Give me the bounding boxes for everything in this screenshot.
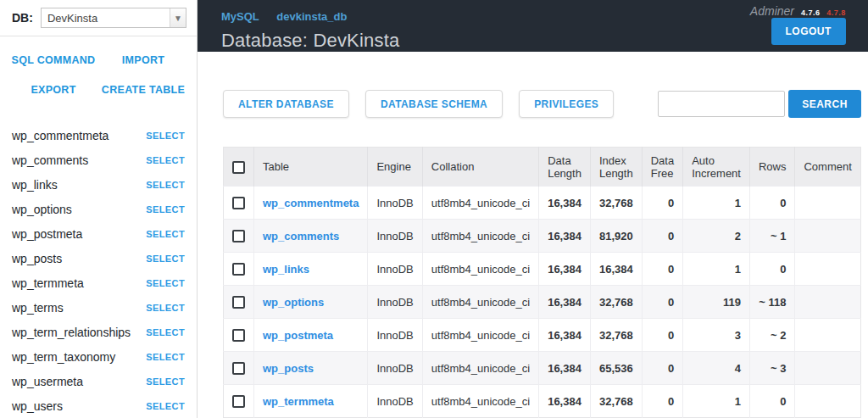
create-table-link[interactable]: CREATE TABLE [98,84,188,96]
tables-overview-table: TableEngineCollationData LengthIndex Len… [223,147,861,418]
list-item: wp_term_taxonomySELECT [12,344,185,369]
table-name-link[interactable]: wp_termmeta [263,395,334,408]
table-cell: 16,384 [539,253,591,286]
column-header: Collation [422,148,538,187]
sidebar-select-link[interactable]: SELECT [146,180,185,190]
column-header: Index Length [590,148,642,187]
table-row: wp_termmetaInnoDButf8mb4_unicode_ci16,38… [224,385,861,418]
column-header: Auto Increment [683,148,750,187]
row-checkbox-cell [224,286,254,319]
table-cell: InnoDB [368,319,422,352]
list-item: wp_postsSELECT [12,246,185,270]
table-row: wp_postsInnoDButf8mb4_unicode_ci16,38465… [224,352,861,385]
row-checkbox[interactable] [232,230,245,242]
table-cell: InnoDB [368,385,422,418]
sidebar-select-link[interactable]: SELECT [146,155,185,165]
top-header: MySQL devkinsta_db Database: DevKinsta A… [198,0,868,52]
import-link[interactable]: IMPORT [98,54,188,66]
sidebar-table-link[interactable]: wp_postmeta [12,227,82,241]
table-cell: InnoDB [368,253,422,286]
sidebar-table-link[interactable]: wp_terms [12,301,64,315]
sidebar-select-link[interactable]: SELECT [146,376,185,387]
table-cell: 32,768 [590,319,642,352]
table-name-cell: wp_links [254,253,368,286]
table-name-cell: wp_commentmeta [254,187,368,220]
table-cell: 2 [683,220,750,253]
table-cell: 16,384 [590,253,642,286]
sidebar-select-link[interactable]: SELECT [146,229,185,239]
table-cell: 3 [683,319,750,352]
adminer-version: Adminer 4.7.6 4.7.8 [750,4,846,18]
row-checkbox[interactable] [232,362,245,375]
sidebar-table-link[interactable]: wp_posts [12,252,62,265]
row-checkbox[interactable] [232,197,245,209]
table-cell: 1 [683,187,750,220]
table-cell: 0 [642,319,682,352]
sidebar-table-link[interactable]: wp_term_relationships [12,326,131,339]
table-cell: utf8mb4_unicode_ci [422,352,538,385]
list-item: wp_usersSELECT [12,393,185,418]
sidebar-select-link[interactable]: SELECT [146,254,185,264]
table-cell: 4 [683,352,750,385]
table-cell: InnoDB [368,220,422,253]
sidebar-table-link[interactable]: wp_term_taxonomy [12,350,115,364]
export-link[interactable]: EXPORT [8,84,98,96]
sql-command-link[interactable]: SQL COMMAND [8,54,98,66]
version-latest-link[interactable]: 4.7.8 [826,8,846,17]
table-cell [795,319,860,352]
row-checkbox[interactable] [232,395,245,408]
sidebar: DB: DevKinsta ▼ SQL COMMAND IMPORT EXPOR… [0,0,198,418]
table-cell: 16,384 [539,220,591,253]
table-name-link[interactable]: wp_commentmeta [263,197,359,209]
row-checkbox[interactable] [232,296,245,309]
table-cell: ~ 118 [749,286,795,319]
db-select[interactable]: DevKinsta ▼ [41,8,186,28]
select-all-checkbox[interactable] [232,161,245,174]
row-checkbox[interactable] [232,329,245,342]
search-button[interactable]: SEARCH [788,90,861,118]
row-checkbox[interactable] [232,263,245,276]
sidebar-table-link[interactable]: wp_users [12,399,63,413]
sidebar-table-link[interactable]: wp_commentmeta [12,129,108,142]
table-name-link[interactable]: wp_postmeta [263,329,333,342]
table-cell: 0 [749,187,795,220]
table-name-link[interactable]: wp_posts [263,362,314,375]
table-cell [795,352,860,385]
table-cell: InnoDB [368,352,422,385]
sidebar-select-link[interactable]: SELECT [146,401,185,411]
table-cell: 81,920 [590,220,642,253]
table-cell: ~ 1 [749,220,795,253]
main-area: MySQL devkinsta_db Database: DevKinsta A… [198,0,868,418]
logout-button[interactable]: LOGOUT [771,18,846,45]
search-input[interactable] [658,91,785,117]
table-cell: ~ 2 [749,319,795,352]
table-cell [795,187,860,220]
sidebar-select-link[interactable]: SELECT [146,278,185,288]
sidebar-actions: SQL COMMAND IMPORT EXPORT CREATE TABLE [0,36,197,111]
sidebar-table-link[interactable]: wp_links [12,178,58,192]
sidebar-select-link[interactable]: SELECT [146,204,185,215]
sidebar-table-link[interactable]: wp_comments [12,153,88,167]
breadcrumb-server-link[interactable]: MySQL [221,10,259,23]
table-cell: 16,384 [539,286,591,319]
table-cell: ~ 3 [749,352,795,385]
privileges-button[interactable]: PRIVILEGES [519,90,614,118]
sidebar-table-link[interactable]: wp_usermeta [12,375,83,388]
sidebar-table-link[interactable]: wp_options [12,203,72,216]
sidebar-select-link[interactable]: SELECT [146,131,185,141]
sidebar-table-link[interactable]: wp_termmeta [12,276,84,290]
table-name-link[interactable]: wp_options [263,296,324,309]
table-name-link[interactable]: wp_links [263,263,309,276]
table-name-cell: wp_postmeta [254,319,368,352]
table-name-cell: wp_comments [254,220,368,253]
database-schema-button[interactable]: DATABASE SCHEMA [365,90,503,118]
column-header: Table [254,148,368,187]
breadcrumb-database-link[interactable]: devkinsta_db [276,10,347,23]
sidebar-select-link[interactable]: SELECT [146,327,185,337]
alter-database-button[interactable]: ALTER DATABASE [223,90,349,118]
sidebar-select-link[interactable]: SELECT [146,352,185,362]
table-cell: 16,384 [539,319,591,352]
table-name-link[interactable]: wp_comments [263,230,339,242]
sidebar-select-link[interactable]: SELECT [146,303,185,313]
table-cell: InnoDB [368,187,422,220]
